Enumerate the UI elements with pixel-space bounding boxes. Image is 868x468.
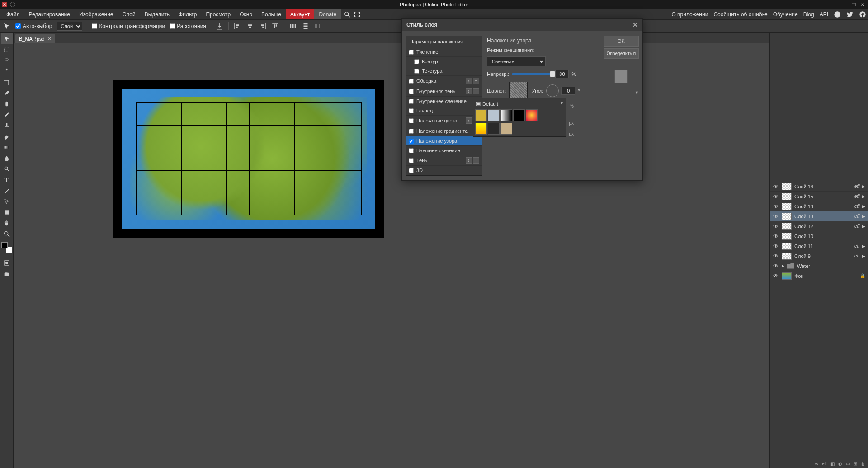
link-blog[interactable]: Blog [803,11,814,18]
opacity-input[interactable] [555,70,569,78]
layer-effects-icon[interactable]: eff [822,461,827,466]
screenmode-tool[interactable] [1,268,13,279]
reddit-icon[interactable] [834,11,841,18]
facebook-icon[interactable] [859,11,866,18]
layer-thumbnail[interactable] [782,253,792,260]
layer-row[interactable]: 👁 Слой 12 eff▶ [770,221,868,231]
visibility-icon[interactable]: 👁 [773,243,779,249]
link-layers-icon[interactable]: ∞ [815,461,818,466]
expand-caret-icon[interactable]: ▶ [782,264,784,268]
dialog-titlebar[interactable]: Стиль слоя ✕ [402,19,642,31]
shape-tool[interactable] [1,207,13,218]
foreground-color[interactable] [1,242,8,248]
link-learn[interactable]: Обучение [773,11,798,18]
more-options-icon[interactable]: ⋯ [327,23,331,28]
caret-icon[interactable]: ▶ [862,244,865,248]
minimize-button[interactable]: — [841,1,848,8]
layer-thumbnail[interactable] [782,213,792,220]
hand-tool[interactable] [1,218,13,229]
ok-button[interactable]: OK [604,36,639,47]
layer-row[interactable]: 👁 Слой 11 eff▶ [770,241,868,251]
visibility-icon[interactable]: 👁 [773,213,779,220]
reorder-icon[interactable]: ↕ [466,157,472,164]
crop-tool[interactable] [1,77,13,88]
effect-color-overlay[interactable]: Наложение цвета↕+ [406,116,482,126]
add-mask-icon[interactable]: ◧ [830,461,835,466]
close-button[interactable]: ✕ [859,1,866,8]
menu-account[interactable]: Аккаунт [286,9,314,19]
marquee-tool[interactable] [1,44,13,55]
dropdown-caret-icon[interactable]: ▼ [560,101,564,105]
distances-checkbox[interactable]: Расстояния [170,23,206,29]
add-effect-icon[interactable]: + [473,157,479,164]
layer-thumbnail[interactable] [782,193,792,200]
visibility-icon[interactable]: 👁 [773,273,779,279]
align-top-icon[interactable] [271,22,279,30]
move-tool[interactable] [1,33,13,44]
layer-thumbnail[interactable] [782,183,792,190]
distribute-v-icon[interactable] [302,22,310,30]
canvas-area[interactable] [14,43,769,468]
align-hcenter-icon[interactable] [246,22,254,30]
pattern-swatch[interactable] [488,109,500,121]
layer-row[interactable]: 👁 Слой 14 eff▶ [770,201,868,211]
layer-thumbnail[interactable] [782,243,792,250]
adjustment-layer-icon[interactable]: ◐ [838,461,842,466]
path-select-tool[interactable] [1,196,13,207]
pattern-swatch[interactable] [475,123,487,135]
dialog-close-button[interactable]: ✕ [632,21,638,28]
pen-tool[interactable] [1,185,13,196]
delete-layer-icon[interactable]: 🗑 [861,461,865,466]
opacity-slider[interactable] [512,73,552,75]
tab-close-icon[interactable]: ✕ [47,36,52,42]
visibility-icon[interactable]: 👁 [773,253,779,259]
pattern-preview[interactable] [509,82,528,100]
layer-thumbnail[interactable] [782,223,792,230]
layer-thumbnail[interactable] [782,203,792,210]
stamp-tool[interactable] [1,120,13,131]
link-report[interactable]: Сообщить об ошибке [713,11,767,18]
pattern-swatch[interactable] [513,109,525,121]
layer-row[interactable]: 👁 Слой 13 eff▶ [770,211,868,221]
reorder-icon[interactable]: ↕ [466,88,472,94]
define-pattern-button[interactable]: Определить п [604,48,639,59]
menu-more[interactable]: Больше [257,9,286,19]
search-icon[interactable] [344,11,351,18]
visibility-icon[interactable]: 👁 [773,193,779,200]
quickmask-tool[interactable] [1,257,13,268]
effect-pattern-overlay[interactable]: Наложение узора [406,136,482,146]
caret-icon[interactable]: ▶ [862,254,865,258]
blend-mode-select[interactable]: Свечение [487,56,546,66]
reorder-icon[interactable]: ↕ [466,78,472,84]
distribute-space-icon[interactable] [314,22,322,30]
angle-input[interactable] [561,87,575,95]
twitter-icon[interactable] [846,11,854,18]
link-api[interactable]: API [820,11,828,18]
visibility-icon[interactable]: 👁 [773,263,779,269]
wand-tool[interactable] [1,66,13,77]
add-effect-icon[interactable]: + [473,88,479,94]
pattern-swatch[interactable] [500,109,512,121]
effect-drop-shadow[interactable]: Тень↕+ [406,155,482,166]
effect-texture[interactable]: Текстура [406,66,482,76]
distribute-h-icon[interactable] [289,22,297,30]
eraser-tool[interactable] [1,131,13,142]
link-about[interactable]: О приложении [671,11,708,18]
menu-view[interactable]: Просмотр [201,9,235,19]
reorder-icon[interactable]: ↕ [466,117,472,124]
menu-donate[interactable]: Donate [314,9,341,19]
pattern-folder-header[interactable]: ▣ Default ▼ [474,99,565,108]
brush-tool[interactable] [1,109,13,120]
new-group-icon[interactable]: ▭ [846,461,850,466]
menu-window[interactable]: Окно [235,9,257,19]
caret-icon[interactable]: ▶ [862,194,865,199]
caret-icon[interactable]: ▶ [862,224,865,229]
effect-contour[interactable]: Контур [406,57,482,66]
align-right-icon[interactable] [259,22,267,30]
visibility-icon[interactable]: 👁 [773,233,779,239]
effect-inner-glow[interactable]: Внутреннее свечение [406,97,482,106]
caret-icon[interactable]: ▶ [862,214,865,219]
autoselect-target-select[interactable]: Слой [57,22,82,31]
gradient-tool[interactable] [1,142,13,153]
add-effect-icon[interactable]: + [473,78,479,84]
